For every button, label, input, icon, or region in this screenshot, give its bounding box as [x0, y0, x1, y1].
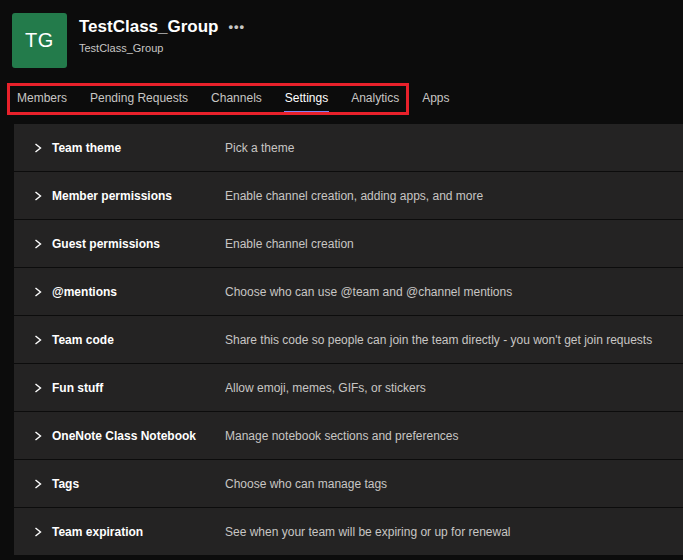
- row-label: Guest permissions: [52, 237, 160, 251]
- row-label: Tags: [52, 477, 79, 491]
- title-block: TestClass_Group ••• TestClass_Group: [79, 17, 245, 54]
- chevron-right-icon: [33, 335, 43, 345]
- chevron-right-icon: [33, 287, 43, 297]
- settings-row-team-code[interactable]: Team code Share this code so people can …: [14, 316, 683, 363]
- chevron-right-icon: [33, 527, 43, 537]
- settings-row-tags[interactable]: Tags Choose who can manage tags: [14, 460, 683, 507]
- settings-row-guest-permissions[interactable]: Guest permissions Enable channel creatio…: [14, 220, 683, 267]
- row-description: Choose who can use @team and @channel me…: [225, 285, 671, 299]
- row-label: Team expiration: [52, 525, 143, 539]
- row-description: Enable channel creation: [225, 237, 671, 251]
- row-description: Pick a theme: [225, 141, 671, 155]
- tab-pending-requests[interactable]: Pending Requests: [89, 87, 189, 113]
- team-title: TestClass_Group: [79, 17, 219, 37]
- row-description: Enable channel creation, adding apps, an…: [225, 189, 671, 203]
- more-options-icon[interactable]: •••: [229, 22, 246, 32]
- row-description: Allow emoji, memes, GIFs, or stickers: [225, 381, 671, 395]
- avatar-initials: TG: [25, 29, 54, 52]
- tab-settings[interactable]: Settings: [284, 87, 329, 113]
- team-subtitle: TestClass_Group: [79, 42, 245, 54]
- chevron-right-icon: [33, 431, 43, 441]
- row-label: Member permissions: [52, 189, 172, 203]
- tab-channels[interactable]: Channels: [210, 87, 263, 113]
- tab-members[interactable]: Members: [16, 87, 68, 113]
- settings-row-member-permissions[interactable]: Member permissions Enable channel creati…: [14, 172, 683, 219]
- row-label: OneNote Class Notebook: [52, 429, 196, 443]
- chevron-right-icon: [33, 239, 43, 249]
- chevron-right-icon: [33, 191, 43, 201]
- chevron-right-icon: [33, 143, 43, 153]
- chevron-right-icon: [33, 383, 43, 393]
- tab-bar: Members Pending Requests Channels Settin…: [10, 86, 457, 113]
- row-description: See when your team will be expiring or u…: [225, 525, 671, 539]
- row-description: Choose who can manage tags: [225, 477, 671, 491]
- tab-analytics[interactable]: Analytics: [350, 87, 400, 113]
- tab-apps[interactable]: Apps: [421, 87, 450, 113]
- row-description: Manage notebook sections and preferences: [225, 429, 671, 443]
- row-label: @mentions: [52, 285, 117, 299]
- team-avatar: TG: [12, 13, 67, 68]
- settings-row-team-expiration[interactable]: Team expiration See when your team will …: [14, 508, 683, 555]
- settings-list: Team theme Pick a theme Member permissio…: [14, 124, 683, 556]
- row-label: Team code: [52, 333, 114, 347]
- chevron-right-icon: [33, 479, 43, 489]
- row-label: Fun stuff: [52, 381, 103, 395]
- team-header: TG TestClass_Group ••• TestClass_Group: [0, 0, 683, 82]
- settings-row-mentions[interactable]: @mentions Choose who can use @team and @…: [14, 268, 683, 315]
- settings-row-onenote-class-notebook[interactable]: OneNote Class Notebook Manage notebook s…: [14, 412, 683, 459]
- row-label: Team theme: [52, 141, 121, 155]
- settings-row-fun-stuff[interactable]: Fun stuff Allow emoji, memes, GIFs, or s…: [14, 364, 683, 411]
- settings-row-team-theme[interactable]: Team theme Pick a theme: [14, 124, 683, 171]
- row-description: Share this code so people can join the t…: [225, 333, 671, 347]
